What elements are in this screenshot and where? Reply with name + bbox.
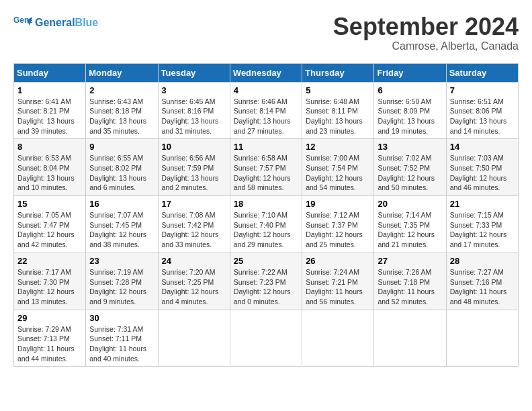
calendar-cell: 17Sunrise: 7:08 AM Sunset: 7:42 PM Dayli… <box>158 196 230 253</box>
week-row-1: 1Sunrise: 6:41 AM Sunset: 8:21 PM Daylig… <box>14 82 519 139</box>
calendar-cell: 19Sunrise: 7:12 AM Sunset: 7:37 PM Dayli… <box>302 196 374 253</box>
week-row-2: 8Sunrise: 6:53 AM Sunset: 8:04 PM Daylig… <box>14 139 519 196</box>
calendar-cell: 16Sunrise: 7:07 AM Sunset: 7:45 PM Dayli… <box>86 196 158 253</box>
calendar-cell: 11Sunrise: 6:58 AM Sunset: 7:57 PM Dayli… <box>230 139 302 196</box>
day-number: 15 <box>17 199 82 209</box>
day-info: Sunrise: 6:56 AM Sunset: 7:59 PM Dayligh… <box>162 153 226 193</box>
day-info: Sunrise: 7:03 AM Sunset: 7:50 PM Dayligh… <box>450 153 515 193</box>
calendar-cell: 7Sunrise: 6:51 AM Sunset: 8:06 PM Daylig… <box>446 82 518 139</box>
day-info: Sunrise: 7:26 AM Sunset: 7:18 PM Dayligh… <box>378 267 442 307</box>
weekday-header-thursday: Thursday <box>302 63 374 82</box>
day-number: 27 <box>378 256 442 266</box>
title-block: September 2024 Camrose, Alberta, Canada <box>333 13 519 52</box>
day-info: Sunrise: 7:24 AM Sunset: 7:21 PM Dayligh… <box>306 267 370 307</box>
calendar-cell: 3Sunrise: 6:45 AM Sunset: 8:16 PM Daylig… <box>158 82 230 139</box>
calendar-cell: 2Sunrise: 6:43 AM Sunset: 8:18 PM Daylig… <box>86 82 158 139</box>
day-number: 9 <box>89 142 154 152</box>
day-info: Sunrise: 7:05 AM Sunset: 7:47 PM Dayligh… <box>17 210 82 250</box>
day-info: Sunrise: 6:53 AM Sunset: 8:04 PM Dayligh… <box>17 153 82 193</box>
day-number: 8 <box>17 142 82 152</box>
calendar-cell: 15Sunrise: 7:05 AM Sunset: 7:47 PM Dayli… <box>14 196 86 253</box>
month-title: September 2024 <box>333 13 519 40</box>
day-info: Sunrise: 7:15 AM Sunset: 7:33 PM Dayligh… <box>450 210 515 250</box>
day-number: 6 <box>378 85 442 95</box>
day-number: 5 <box>306 85 370 95</box>
location: Camrose, Alberta, Canada <box>333 40 519 52</box>
logo: General GeneralBlue <box>13 13 98 32</box>
calendar-table: SundayMondayTuesdayWednesdayThursdayFrid… <box>13 63 519 367</box>
calendar-cell: 5Sunrise: 6:48 AM Sunset: 8:11 PM Daylig… <box>302 82 374 139</box>
calendar-cell: 14Sunrise: 7:03 AM Sunset: 7:50 PM Dayli… <box>446 139 518 196</box>
day-number: 11 <box>234 142 298 152</box>
calendar-cell <box>446 310 518 367</box>
calendar-cell <box>158 310 230 367</box>
day-number: 22 <box>17 256 82 266</box>
day-info: Sunrise: 6:50 AM Sunset: 8:09 PM Dayligh… <box>378 97 442 136</box>
day-info: Sunrise: 6:45 AM Sunset: 8:16 PM Dayligh… <box>162 97 226 136</box>
day-info: Sunrise: 7:00 AM Sunset: 7:54 PM Dayligh… <box>306 153 370 193</box>
calendar-cell <box>374 310 446 367</box>
day-number: 21 <box>450 199 515 209</box>
day-info: Sunrise: 7:19 AM Sunset: 7:28 PM Dayligh… <box>89 267 154 307</box>
day-info: Sunrise: 7:14 AM Sunset: 7:35 PM Dayligh… <box>378 210 442 250</box>
calendar-cell: 30Sunrise: 7:31 AM Sunset: 7:11 PM Dayli… <box>86 310 158 367</box>
weekday-header-row: SundayMondayTuesdayWednesdayThursdayFrid… <box>14 63 519 82</box>
logo-general: General <box>35 17 75 28</box>
calendar-cell: 1Sunrise: 6:41 AM Sunset: 8:21 PM Daylig… <box>14 82 86 139</box>
weekday-header-sunday: Sunday <box>14 63 86 82</box>
day-info: Sunrise: 7:10 AM Sunset: 7:40 PM Dayligh… <box>234 210 298 250</box>
day-number: 12 <box>306 142 370 152</box>
day-number: 26 <box>306 256 370 266</box>
day-number: 3 <box>162 85 226 95</box>
weekday-header-tuesday: Tuesday <box>158 63 230 82</box>
calendar-cell: 27Sunrise: 7:26 AM Sunset: 7:18 PM Dayli… <box>374 253 446 310</box>
day-number: 4 <box>234 85 298 95</box>
day-info: Sunrise: 7:02 AM Sunset: 7:52 PM Dayligh… <box>378 153 442 193</box>
day-info: Sunrise: 7:07 AM Sunset: 7:45 PM Dayligh… <box>89 210 154 250</box>
weekday-header-saturday: Saturday <box>446 63 518 82</box>
week-row-4: 22Sunrise: 7:17 AM Sunset: 7:30 PM Dayli… <box>14 253 519 310</box>
day-number: 29 <box>17 313 82 323</box>
day-info: Sunrise: 6:58 AM Sunset: 7:57 PM Dayligh… <box>234 153 298 193</box>
logo-blue: Blue <box>75 17 99 28</box>
day-info: Sunrise: 6:41 AM Sunset: 8:21 PM Dayligh… <box>17 97 82 136</box>
day-number: 7 <box>450 85 515 95</box>
calendar-cell: 12Sunrise: 7:00 AM Sunset: 7:54 PM Dayli… <box>302 139 374 196</box>
day-number: 20 <box>378 199 442 209</box>
calendar-cell: 18Sunrise: 7:10 AM Sunset: 7:40 PM Dayli… <box>230 196 302 253</box>
day-info: Sunrise: 7:20 AM Sunset: 7:25 PM Dayligh… <box>162 267 226 307</box>
day-number: 28 <box>450 256 515 266</box>
day-number: 2 <box>89 85 154 95</box>
page-header: General GeneralBlue September 2024 Camro… <box>13 13 519 52</box>
day-number: 10 <box>162 142 226 152</box>
week-row-5: 29Sunrise: 7:29 AM Sunset: 7:13 PM Dayli… <box>14 310 519 367</box>
calendar-cell: 21Sunrise: 7:15 AM Sunset: 7:33 PM Dayli… <box>446 196 518 253</box>
calendar-cell: 28Sunrise: 7:27 AM Sunset: 7:16 PM Dayli… <box>446 253 518 310</box>
logo-icon: General <box>13 13 32 32</box>
calendar-cell: 6Sunrise: 6:50 AM Sunset: 8:09 PM Daylig… <box>374 82 446 139</box>
day-info: Sunrise: 6:46 AM Sunset: 8:14 PM Dayligh… <box>234 97 298 136</box>
day-number: 14 <box>450 142 515 152</box>
day-info: Sunrise: 6:51 AM Sunset: 8:06 PM Dayligh… <box>450 97 515 136</box>
calendar-cell <box>302 310 374 367</box>
day-number: 1 <box>17 85 82 95</box>
weekday-header-monday: Monday <box>86 63 158 82</box>
week-row-3: 15Sunrise: 7:05 AM Sunset: 7:47 PM Dayli… <box>14 196 519 253</box>
day-info: Sunrise: 7:08 AM Sunset: 7:42 PM Dayligh… <box>162 210 226 250</box>
day-info: Sunrise: 7:29 AM Sunset: 7:13 PM Dayligh… <box>17 324 82 364</box>
calendar-cell: 13Sunrise: 7:02 AM Sunset: 7:52 PM Dayli… <box>374 139 446 196</box>
day-number: 18 <box>234 199 298 209</box>
day-number: 24 <box>162 256 226 266</box>
day-number: 30 <box>89 313 154 323</box>
calendar-cell: 25Sunrise: 7:22 AM Sunset: 7:23 PM Dayli… <box>230 253 302 310</box>
calendar-cell: 22Sunrise: 7:17 AM Sunset: 7:30 PM Dayli… <box>14 253 86 310</box>
day-number: 13 <box>378 142 442 152</box>
calendar-cell: 20Sunrise: 7:14 AM Sunset: 7:35 PM Dayli… <box>374 196 446 253</box>
calendar-cell: 8Sunrise: 6:53 AM Sunset: 8:04 PM Daylig… <box>14 139 86 196</box>
calendar-cell: 4Sunrise: 6:46 AM Sunset: 8:14 PM Daylig… <box>230 82 302 139</box>
day-number: 25 <box>234 256 298 266</box>
day-info: Sunrise: 7:27 AM Sunset: 7:16 PM Dayligh… <box>450 267 515 307</box>
day-info: Sunrise: 6:43 AM Sunset: 8:18 PM Dayligh… <box>89 97 154 136</box>
day-info: Sunrise: 7:22 AM Sunset: 7:23 PM Dayligh… <box>234 267 298 307</box>
day-number: 23 <box>89 256 154 266</box>
